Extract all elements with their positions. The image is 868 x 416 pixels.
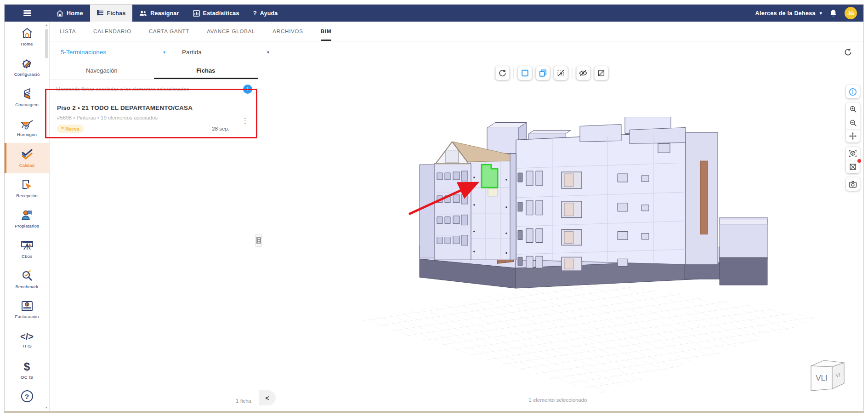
camera-icon: [849, 181, 857, 188]
bar-chart-icon: [193, 10, 200, 17]
section-off-button[interactable]: [846, 160, 860, 173]
group-by-value: Partida: [182, 49, 202, 56]
nav-item-estadisticas[interactable]: Estadísiticas: [186, 5, 246, 22]
avatar[interactable]: JG: [845, 7, 857, 19]
tab-lista[interactable]: LISTA: [60, 22, 76, 41]
refresh-icon: [844, 48, 852, 57]
pan-button[interactable]: [846, 129, 860, 142]
scroll-up-icon[interactable]: ▲: [44, 23, 49, 27]
add-ficha-button[interactable]: +: [243, 85, 252, 94]
top-navbar: Home Fichas Reasignar Estadísiticas ? Ay…: [5, 5, 863, 22]
nav-label: Estadísiticas: [203, 10, 239, 17]
bim-viewer[interactable]: VLI VI 1 elemento seleccionado: [258, 63, 863, 411]
wheelbarrow-icon: [21, 119, 34, 130]
viewer-toolbar: [495, 66, 608, 80]
tab-avance-global[interactable]: AVANCE GLOBAL: [207, 22, 255, 41]
project-selector[interactable]: Alerces de la Dehesa ▾: [755, 10, 822, 17]
deselect-marquee-button[interactable]: [554, 66, 567, 80]
hamburger-icon: [23, 9, 31, 17]
app-window: Home Fichas Reasignar Estadísiticas ? Ay…: [4, 4, 864, 413]
sidebar-item-oc-is[interactable]: $ OC IS: [5, 355, 49, 386]
ficha-card[interactable]: Piso 2 • 21 TODO EL DEPARTAMENTO/CASA #5…: [50, 98, 258, 138]
refresh-button[interactable]: [842, 46, 854, 58]
cube-side-label: VI: [835, 372, 840, 378]
ficha-meta: #5698 • Pinturas • 19 elementos asociado…: [57, 115, 250, 120]
module-tab-bar: LISTA CALENDARIO CARTA GANTT AVANCE GLOB…: [50, 22, 863, 41]
sidebar-item-calidad[interactable]: Calidad: [5, 143, 49, 173]
toolbar-separator: [572, 68, 572, 79]
filter-row: 5-Terminaciones ▾ Partida ▾: [50, 41, 863, 63]
select-single-button[interactable]: [518, 66, 532, 80]
panel-info-row: Mostrando fichas asociadas a los element…: [50, 80, 258, 98]
panel-tab-fichas[interactable]: Fichas: [154, 63, 258, 79]
module-sidebar: Home Configuració Cmanagem Hormigón Cali…: [5, 22, 50, 411]
sidebar-item-ti-is[interactable]: </> TI IS: [5, 325, 49, 355]
zoom-in-button[interactable]: [846, 103, 860, 116]
sidebar-item-cbox[interactable]: Cbox: [5, 234, 49, 264]
main-content: LISTA CALENDARIO CARTA GANTT AVANCE GLOB…: [50, 22, 863, 411]
zoom-out-button[interactable]: [846, 116, 860, 129]
sidebar-scrollbar[interactable]: ▲ ▼: [44, 22, 49, 411]
magnifier-icon: [21, 270, 33, 282]
sidebar-item-cmanagement[interactable]: Cmanagem: [5, 82, 49, 113]
ground-grid: [356, 278, 824, 393]
notification-dot: [857, 159, 861, 163]
pan-icon: [849, 132, 857, 140]
ficha-title: Piso 2 • 21 TODO EL DEPARTAMENTO/CASA: [57, 104, 250, 111]
viewer-side-toolbar: [846, 85, 860, 191]
tab-bim[interactable]: BIM: [321, 22, 331, 41]
scrollbar-thumb[interactable]: [45, 29, 48, 58]
selection-status: 1 elemento seleccionado: [528, 397, 587, 403]
scroll-down-icon[interactable]: ▼: [44, 406, 49, 409]
screenshot-button[interactable]: [846, 177, 860, 191]
fit-model-button[interactable]: [846, 147, 860, 160]
sidebar-item-propietarios[interactable]: Propietarios: [5, 204, 49, 234]
info-button[interactable]: [846, 85, 860, 98]
sidebar-item-home[interactable]: Home: [5, 22, 49, 52]
rotate-icon: [498, 69, 506, 77]
sidebar-item-recepcion[interactable]: Recepción: [5, 173, 49, 204]
tab-carta-gantt[interactable]: CARTA GANTT: [149, 22, 189, 41]
chevron-down-icon: ▾: [267, 50, 269, 55]
panel-tab-bar: Navegación Fichas: [50, 63, 258, 80]
eye-off-icon: [579, 69, 588, 77]
select-multiple-button[interactable]: [536, 66, 550, 80]
collapse-panel-button[interactable]: <: [259, 390, 276, 405]
nav-label: Ayuda: [260, 10, 278, 17]
panel-tab-navegacion[interactable]: Navegación: [50, 63, 154, 79]
chevron-down-icon: ▾: [820, 11, 822, 16]
ficha-date: 28 sep.: [212, 126, 229, 131]
chevron-left-icon: <: [265, 394, 269, 402]
panel-resize-handle[interactable]: [255, 234, 262, 247]
status-badge: * Nueva: [57, 125, 84, 133]
sidebar-item-benchmark[interactable]: Benchmark: [5, 264, 49, 295]
hide-elements-button[interactable]: [576, 66, 590, 80]
sidebar-item-help[interactable]: ?: [5, 386, 49, 407]
question-icon: ?: [253, 10, 257, 17]
nav-item-fichas[interactable]: Fichas: [90, 5, 133, 22]
bim-3d-model[interactable]: [258, 63, 863, 411]
group-by-select[interactable]: Partida ▾: [182, 49, 269, 56]
view-cube[interactable]: VLI VI: [806, 355, 849, 393]
nav-label: Home: [67, 10, 83, 17]
ficha-count: 1 ficha: [236, 398, 251, 404]
tab-archivos[interactable]: ARCHIVOS: [272, 22, 303, 41]
panel-info-text: Mostrando fichas asociadas a los element…: [56, 86, 238, 92]
notifications-button[interactable]: [829, 9, 837, 17]
phase-select[interactable]: 5-Terminaciones ▾: [61, 49, 165, 56]
nav-item-ayuda[interactable]: ? Ayuda: [246, 5, 285, 22]
sidebar-item-hormigon[interactable]: Hormigón: [5, 113, 49, 143]
isolate-off-button[interactable]: [594, 66, 608, 80]
document-arrow-icon: [21, 179, 33, 191]
zoom-in-icon: [849, 105, 857, 113]
tab-calendario[interactable]: CALENDARIO: [93, 22, 131, 41]
kebab-menu-icon[interactable]: ⋮: [242, 117, 249, 124]
hamburger-menu-button[interactable]: [5, 5, 50, 22]
sidebar-item-facturacion[interactable]: $ Facturación: [5, 295, 49, 325]
box-off-icon: [597, 69, 605, 77]
sidebar-item-configuracion[interactable]: Configuració: [5, 52, 49, 82]
nav-item-reasignar[interactable]: Reasignar: [132, 5, 186, 22]
person-icon: [21, 209, 33, 221]
reset-view-button[interactable]: [495, 66, 509, 80]
nav-item-home[interactable]: Home: [50, 5, 90, 22]
